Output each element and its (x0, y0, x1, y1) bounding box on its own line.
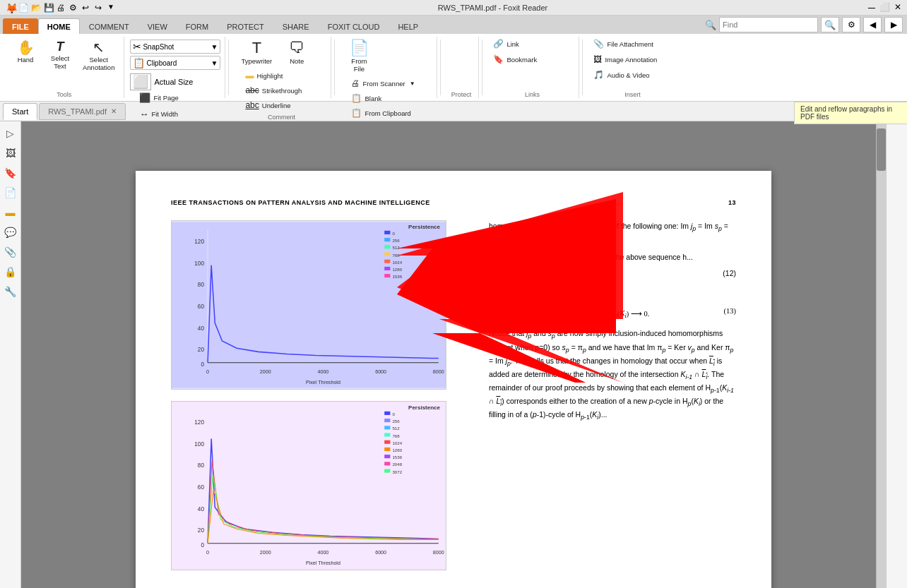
from-clipboard-button[interactable]: 📋 From Clipboard (348, 106, 432, 120)
clipboard-dropdown[interactable]: 📋 Clipboard ▼ (130, 56, 220, 70)
clipboard2-icon: 📋 (351, 108, 362, 118)
divider-3 (440, 40, 441, 95)
nav-tab-start[interactable]: Start (3, 103, 37, 120)
bookmark-button[interactable]: 🔖 Bookmark (490, 52, 574, 66)
svg-text:256: 256 (392, 419, 400, 424)
file-attachment-button[interactable]: 📎 File Attachment (590, 37, 675, 51)
scrollbar-thumb[interactable] (877, 128, 886, 171)
open-icon[interactable]: 📂 (31, 3, 41, 13)
svg-text:2048: 2048 (392, 462, 402, 467)
ribbon-forward-button[interactable]: ▶ (884, 17, 903, 32)
tools-label: Tools (8, 90, 119, 98)
protect-group: Protect (444, 37, 479, 98)
app-icon: 🦊 (6, 3, 16, 13)
hand-button[interactable]: ✋ Hand (8, 37, 42, 67)
svg-text:80: 80 (198, 462, 205, 469)
svg-text:512: 512 (392, 245, 400, 250)
from-scanner-button[interactable]: 🖨 From Scanner ▼ (348, 76, 432, 90)
maximize-button[interactable]: ⬜ (879, 2, 890, 13)
print-icon[interactable]: 🖨 (57, 3, 66, 13)
svg-text:120: 120 (194, 239, 204, 245)
bookmark-icon: 🔖 (493, 54, 504, 64)
ribbon-search-button[interactable]: 🔍 (821, 17, 839, 32)
close-button[interactable]: ✕ (894, 2, 901, 13)
sidebar-attachment-button[interactable]: 📎 (1, 243, 20, 261)
ribbon-back-button[interactable]: ◀ (863, 17, 882, 32)
tab-comment[interactable]: COMMENT (80, 18, 138, 34)
link-icon: 🔗 (493, 39, 504, 49)
tab-view[interactable]: VIEW (138, 18, 177, 34)
tab-form[interactable]: FORM (177, 18, 218, 34)
tab-share[interactable]: SHARE (273, 18, 319, 34)
svg-text:Pixel Threshold: Pixel Threshold (306, 560, 340, 566)
tab-foxitcloud[interactable]: FOXIT CLOUD (319, 18, 389, 34)
svg-rect-55 (384, 440, 390, 444)
pdf-content: Persistence 120 100 80 60 4 (171, 220, 736, 582)
snapshot-icon: ✂ (133, 41, 141, 52)
save-icon[interactable]: 💾 (44, 3, 54, 13)
minimize-button[interactable]: ─ (868, 2, 875, 13)
from-file-button[interactable]: 📄 FromFile (342, 37, 376, 76)
svg-rect-18 (384, 231, 390, 234)
main-layout: ▷ 🖼 🔖 📄 ▬ 💬 📎 🔒 🔧 IEEE TRANSACTIONS ON (0, 121, 907, 588)
pdf-page: IEEE TRANSACTIONS ON PATTERN ANALYSIS AN… (136, 171, 771, 588)
svg-text:768: 768 (392, 433, 400, 438)
svg-text:40: 40 (198, 325, 205, 332)
tab-help[interactable]: HELP (389, 18, 427, 34)
para-3: ... (Ki-1 ∩ Li) →jp-1 Hp-1(Ki-1) ··· (12… (489, 268, 736, 281)
redo-icon[interactable]: ↪ (95, 3, 105, 13)
svg-text:60: 60 (198, 484, 205, 491)
note-button[interactable]: 🗨 Note (280, 37, 314, 68)
ribbon-search-input[interactable] (719, 17, 818, 32)
window-controls[interactable]: ─ ⬜ ✕ (868, 2, 901, 13)
undo-icon[interactable]: ↩ (82, 3, 92, 13)
sidebar-pages-button[interactable]: 📄 (1, 184, 20, 202)
nav-tab-pdf[interactable]: RWS_TPAMI.pdf ✕ (39, 103, 126, 120)
svg-text:100: 100 (194, 441, 204, 448)
left-sidebar: ▷ 🖼 🔖 📄 ▬ 💬 📎 🔒 🔧 (0, 121, 21, 588)
search-icon: 🔍 (705, 20, 716, 30)
fit-page-button[interactable]: ⬛ Fit Page (136, 90, 220, 105)
svg-text:2000: 2000 (260, 550, 271, 556)
audio-video-button[interactable]: 🎵 Audio & Video (590, 68, 675, 82)
blank-button[interactable]: 📋 Blank (348, 91, 432, 105)
sidebar-highlight-button[interactable]: ▬ (1, 203, 20, 222)
strikethrough-button[interactable]: abc Strikethrough (242, 83, 326, 97)
select-annotation-button[interactable]: ↖ SelectAnnotation (78, 37, 119, 75)
settings-icon[interactable]: ⚙ (69, 3, 79, 13)
tab-file[interactable]: FILE (3, 18, 38, 34)
image-annotation-button[interactable]: 🖼 Image Annotation (590, 52, 675, 66)
underline-button[interactable]: abc Underline (242, 98, 326, 112)
select-text-button[interactable]: T SelectText (43, 37, 77, 73)
strikethrough-icon: abc (245, 85, 259, 95)
ribbon-settings-button[interactable]: ⚙ (842, 17, 860, 32)
quick-access-icon[interactable]: ▼ (107, 3, 117, 13)
new-icon[interactable]: 📄 (18, 3, 28, 13)
actual-size-button[interactable]: ⬜ Actual Size (130, 73, 220, 90)
sidebar-bookmark-button[interactable]: 🔖 (1, 164, 20, 182)
svg-text:4000: 4000 (317, 550, 328, 556)
divider-5 (582, 40, 583, 95)
nav-tab-close-button[interactable]: ✕ (111, 107, 117, 115)
sidebar-lock-button[interactable]: 🔒 (1, 263, 20, 281)
highlight-button[interactable]: ▬ Highlight (242, 68, 326, 83)
nav-tab-pdf-label: RWS_TPAMI.pdf (48, 107, 107, 116)
tooltip-banner: Edit and reflow paragraphs in PDF files (794, 102, 907, 124)
sidebar-comment-button[interactable]: 💬 (1, 223, 20, 241)
vertical-scrollbar[interactable] (876, 121, 886, 588)
sidebar-thumbnail-button[interactable]: 🖼 (1, 144, 20, 162)
svg-text:100: 100 (194, 260, 204, 267)
tab-home[interactable]: HOME (38, 18, 80, 34)
comment-small-buttons: ▬ Highlight abc Strikethrough abc Underl… (236, 68, 326, 112)
snapshot-dropdown[interactable]: ✂ SnapShot ▼ (130, 40, 220, 54)
link-button[interactable]: 🔗 Link (490, 37, 574, 51)
svg-rect-28 (384, 267, 390, 270)
sidebar-tools2-button[interactable]: 🔧 (1, 282, 20, 301)
svg-rect-61 (384, 462, 390, 465)
pdf-area[interactable]: IEEE TRANSACTIONS ON PATTERN ANALYSIS AN… (21, 121, 886, 588)
pdf-header: IEEE TRANSACTIONS ON PATTERN ANALYSIS AN… (171, 199, 736, 206)
tab-protect[interactable]: PROTECT (218, 18, 273, 34)
typewriter-button[interactable]: T Typewriter (236, 37, 277, 68)
sidebar-expand-button[interactable]: ▷ (1, 124, 20, 143)
fit-width-button[interactable]: ↔ Fit Width (136, 107, 220, 121)
